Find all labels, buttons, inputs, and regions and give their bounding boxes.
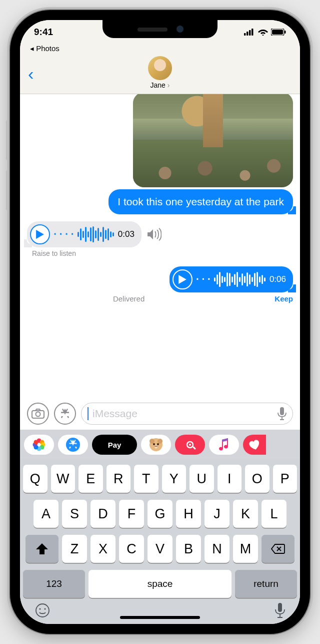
play-icon	[178, 275, 186, 284]
avatar	[148, 56, 172, 80]
photo-message[interactable]	[133, 94, 293, 187]
key-i[interactable]: I	[218, 465, 242, 493]
sent-text-bubble[interactable]: I took this one yesterday at the park	[108, 189, 293, 214]
key-q[interactable]: Q	[23, 465, 48, 493]
svg-rect-6	[284, 31, 286, 34]
key-r[interactable]: R	[106, 465, 131, 493]
contact-name: Jane	[150, 81, 170, 89]
app-digitaltouch[interactable]	[175, 435, 205, 455]
key-s[interactable]: S	[62, 500, 87, 528]
app-pay[interactable]: Pay	[92, 435, 137, 455]
notch	[102, 20, 218, 38]
app-heart[interactable]	[243, 435, 266, 455]
svg-point-8	[36, 412, 40, 417]
app-music[interactable]	[209, 435, 239, 455]
svg-point-21	[158, 439, 162, 444]
message-input[interactable]: iMessage	[81, 403, 293, 425]
svg-point-24	[154, 445, 158, 449]
key-f[interactable]: F	[119, 500, 144, 528]
voice-in-duration: 0:03	[118, 229, 134, 239]
app-photos[interactable]	[24, 435, 54, 455]
app-store-button[interactable]	[54, 403, 76, 425]
svg-point-32	[44, 608, 46, 610]
key-h[interactable]: H	[176, 500, 201, 528]
input-bar: iMessage	[20, 400, 300, 430]
backspace-key[interactable]	[262, 535, 294, 563]
svg-point-23	[157, 443, 159, 445]
svg-point-22	[153, 443, 155, 445]
phone-frame: 9:41 ◂ Photos ‹ Jane I took this one yes…	[10, 10, 310, 634]
svg-rect-9	[280, 407, 284, 415]
mic-icon	[278, 407, 286, 420]
camera-icon	[32, 409, 44, 419]
emoji-icon	[35, 603, 50, 618]
key-g[interactable]: G	[148, 500, 172, 528]
numbers-key[interactable]: 123	[23, 570, 85, 598]
play-button-in[interactable]	[30, 224, 50, 244]
music-icon	[218, 438, 230, 451]
keyboard-row-1: QWERTYUIOP	[23, 465, 297, 493]
app-animoji[interactable]	[141, 435, 171, 455]
key-n[interactable]: N	[204, 535, 230, 563]
received-voice-row: • • • • 0:03	[27, 221, 162, 247]
key-p[interactable]: P	[273, 465, 298, 493]
back-to-app[interactable]: ◂ Photos	[20, 44, 300, 54]
waveform-out: • • •	[196, 271, 266, 287]
keep-button[interactable]: Keep	[274, 294, 293, 303]
conversation[interactable]: I took this one yesterday at the park • …	[20, 94, 300, 400]
emoji-key[interactable]	[35, 603, 50, 618]
shift-key[interactable]	[26, 535, 58, 563]
received-voice-bubble[interactable]: • • • • 0:03	[27, 221, 142, 247]
key-c[interactable]: C	[119, 535, 144, 563]
heart-icon	[248, 439, 260, 450]
key-e[interactable]: E	[78, 465, 103, 493]
play-icon	[36, 230, 44, 239]
input-placeholder: iMessage	[92, 408, 274, 420]
cellular-icon	[244, 29, 255, 36]
camera-button[interactable]	[27, 403, 49, 425]
keyboard: QWERTYUIOP ASDFGHJKL ZXCVBNM 123 space r…	[20, 460, 300, 624]
play-button-out[interactable]	[172, 269, 192, 289]
key-t[interactable]: T	[134, 465, 158, 493]
nav-header: ‹ Jane	[20, 54, 300, 94]
sent-voice-bubble[interactable]: • • • 0:06	[170, 266, 293, 292]
status-time: 9:41	[34, 27, 53, 38]
key-y[interactable]: Y	[162, 465, 186, 493]
svg-rect-33	[278, 603, 282, 612]
keyboard-row-4: 123 space return	[23, 570, 297, 598]
svg-point-26	[156, 446, 158, 447]
dictation-button[interactable]	[278, 407, 286, 420]
back-button[interactable]: ‹	[28, 64, 34, 84]
key-u[interactable]: U	[190, 465, 214, 493]
key-a[interactable]: A	[34, 500, 58, 528]
delivered-label: Delivered	[113, 294, 144, 303]
svg-point-31	[40, 608, 41, 610]
svg-rect-3	[252, 29, 254, 36]
space-key[interactable]: space	[88, 570, 232, 598]
svg-rect-1	[246, 32, 248, 36]
key-x[interactable]: X	[90, 535, 116, 563]
key-m[interactable]: M	[233, 535, 258, 563]
home-indicator[interactable]	[120, 616, 200, 619]
key-j[interactable]: J	[204, 500, 230, 528]
key-k[interactable]: K	[233, 500, 258, 528]
key-l[interactable]: L	[262, 500, 286, 528]
key-z[interactable]: Z	[62, 535, 87, 563]
status-indicators	[244, 29, 286, 36]
key-d[interactable]: D	[90, 500, 116, 528]
app-appstore[interactable]	[58, 435, 88, 455]
raise-to-listen-hint: Raise to listen	[32, 249, 76, 257]
app-drawer[interactable]: Pay	[20, 430, 300, 460]
backspace-icon	[271, 544, 285, 554]
svg-point-25	[155, 446, 156, 447]
key-v[interactable]: V	[148, 535, 172, 563]
speaker-icon[interactable]	[146, 228, 162, 241]
key-w[interactable]: W	[51, 465, 76, 493]
screen: 9:41 ◂ Photos ‹ Jane I took this one yes…	[20, 20, 300, 624]
contact-header[interactable]: Jane	[148, 56, 172, 89]
key-o[interactable]: O	[245, 465, 270, 493]
keyboard-mic[interactable]	[275, 603, 285, 618]
svg-rect-5	[272, 30, 283, 35]
key-b[interactable]: B	[176, 535, 201, 563]
return-key[interactable]: return	[235, 570, 297, 598]
